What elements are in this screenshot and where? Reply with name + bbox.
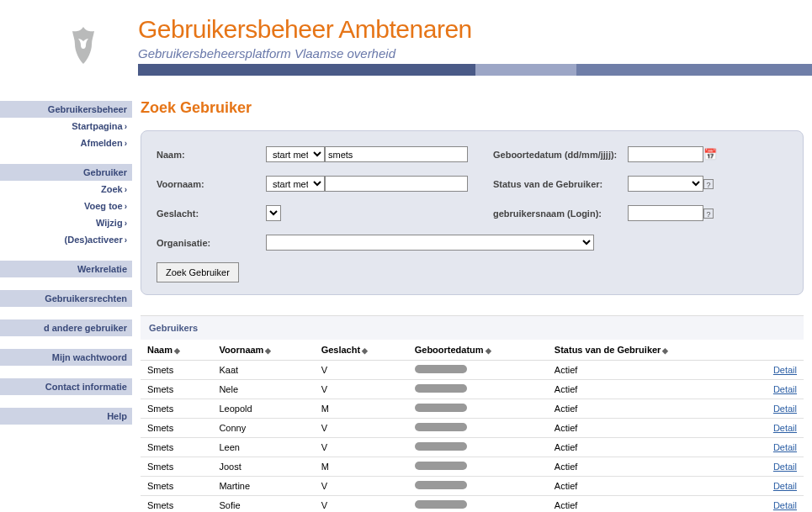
detail-link[interactable]: Detail xyxy=(773,462,797,472)
app-title: Gebruikersbeheer Ambtenaren xyxy=(138,15,472,44)
login-input[interactable] xyxy=(628,205,703,221)
redacted-dob xyxy=(415,481,467,489)
cell-voornaam: Kaat xyxy=(212,361,314,380)
help-icon[interactable]: ? xyxy=(703,179,714,189)
header-accent-bar xyxy=(138,64,812,76)
cell-status: Actief xyxy=(548,399,746,419)
redacted-dob xyxy=(415,404,467,412)
help-icon[interactable]: ? xyxy=(703,208,714,219)
cell-geslacht: V xyxy=(315,361,408,380)
sidebar-item-gebruikersrechten[interactable]: Gebruikersrechten xyxy=(0,290,132,307)
search-panel: Naam: start met Geboortedatum (dd/mm/jjj… xyxy=(141,130,804,295)
geboortedatum-input[interactable] xyxy=(628,146,703,162)
redacted-dob xyxy=(415,500,467,509)
voornaam-input[interactable] xyxy=(325,176,468,192)
redacted-dob xyxy=(415,365,467,373)
sidebar-item-wijzig[interactable]: Wijzig› xyxy=(0,214,132,231)
detail-link[interactable]: Detail xyxy=(773,442,797,452)
label-status: Status van de Gebruiker: xyxy=(493,179,628,189)
chevron-right-icon: › xyxy=(125,202,127,211)
sort-icon: ◆ xyxy=(662,346,668,355)
cell-status: Actief xyxy=(548,380,746,399)
cell-geboortedatum xyxy=(408,496,548,513)
cell-voornaam: Joost xyxy=(212,457,314,477)
col-naam[interactable]: Naam◆ xyxy=(141,340,212,361)
app-subtitle: Gebruikersbeheersplatform Vlaamse overhe… xyxy=(138,46,395,61)
voornaam-match-select[interactable]: start met xyxy=(266,176,325,192)
results-title: Gebruikers xyxy=(141,316,804,340)
redacted-dob xyxy=(415,423,467,431)
redacted-dob xyxy=(415,462,467,470)
cell-naam: Smets xyxy=(141,457,212,477)
cell-status: Actief xyxy=(548,457,746,477)
cell-geslacht: V xyxy=(315,438,408,457)
cell-naam: Smets xyxy=(141,438,212,457)
organisatie-select[interactable] xyxy=(266,235,594,251)
cell-status: Actief xyxy=(548,477,746,496)
main-content: Zoek Gebruiker Naam: start met Geboorted… xyxy=(132,76,812,512)
table-row: SmetsSofieVActiefDetail xyxy=(141,496,804,513)
sidebar-item-werkrelatie[interactable]: Werkrelatie xyxy=(0,261,132,277)
sidebar-item-andere-gebruiker[interactable]: d andere gebruiker xyxy=(0,319,132,336)
sidebar-item-desactiveer[interactable]: (Des)activeer› xyxy=(0,231,132,248)
cell-voornaam: Sofie xyxy=(212,496,314,513)
detail-link[interactable]: Detail xyxy=(773,481,797,491)
sidebar: Gebruikersbeheer Startpagina› Afmelden› … xyxy=(0,76,132,512)
logo-crest-icon xyxy=(63,25,103,66)
cell-voornaam: Conny xyxy=(212,419,314,438)
sidebar-item-zoek[interactable]: Zoek› xyxy=(0,181,132,198)
label-organisatie: Organisatie: xyxy=(157,238,266,248)
table-row: SmetsConnyVActiefDetail xyxy=(141,419,804,438)
naam-input[interactable] xyxy=(325,146,468,162)
detail-link[interactable]: Detail xyxy=(773,500,797,510)
redacted-dob xyxy=(415,384,467,393)
col-geslacht[interactable]: Geslacht◆ xyxy=(315,340,408,361)
sidebar-item-contact[interactable]: Contact informatie xyxy=(0,378,132,395)
label-naam: Naam: xyxy=(157,150,266,160)
calendar-icon[interactable]: 📅 xyxy=(703,148,717,161)
cell-voornaam: Nele xyxy=(212,380,314,399)
sort-icon: ◆ xyxy=(362,346,368,355)
detail-link[interactable]: Detail xyxy=(773,365,797,375)
sort-icon: ◆ xyxy=(174,346,180,355)
chevron-right-icon: › xyxy=(125,235,127,245)
zoek-gebruiker-button[interactable]: Zoek Gebruiker xyxy=(157,262,239,282)
chevron-right-icon: › xyxy=(125,139,127,148)
cell-geslacht: M xyxy=(315,399,408,419)
detail-link[interactable]: Detail xyxy=(773,404,797,414)
results-table: Naam◆ Voornaam◆ Geslacht◆ Geboortedatum◆… xyxy=(141,340,804,512)
naam-match-select[interactable]: start met xyxy=(266,146,325,162)
sidebar-item-help[interactable]: Help xyxy=(0,408,132,425)
sidebar-group-gebruiker: Gebruiker xyxy=(0,164,132,181)
cell-geslacht: V xyxy=(315,380,408,399)
cell-voornaam: Leen xyxy=(212,438,314,457)
page-title: Zoek Gebruiker xyxy=(141,99,804,117)
cell-geboortedatum xyxy=(408,457,548,477)
cell-naam: Smets xyxy=(141,419,212,438)
cell-status: Actief xyxy=(548,438,746,457)
sidebar-group-gebruikersbeheer: Gebruikersbeheer xyxy=(0,101,132,118)
sidebar-item-afmelden[interactable]: Afmelden› xyxy=(0,135,132,151)
label-login: gebruikersnaam (Login): xyxy=(493,208,628,219)
table-row: SmetsLeopoldMActiefDetail xyxy=(141,399,804,419)
sidebar-item-voeg-toe[interactable]: Voeg toe› xyxy=(0,198,132,214)
cell-geslacht: M xyxy=(315,457,408,477)
detail-link[interactable]: Detail xyxy=(773,423,797,433)
results-panel: Gebruikers Naam◆ Voornaam◆ Geslacht◆ Geb… xyxy=(141,315,804,512)
status-select[interactable] xyxy=(628,176,703,192)
cell-status: Actief xyxy=(548,496,746,513)
geslacht-select[interactable] xyxy=(266,205,281,221)
table-row: SmetsMartineVActiefDetail xyxy=(141,477,804,496)
cell-geslacht: V xyxy=(315,496,408,513)
col-geboortedatum[interactable]: Geboortedatum◆ xyxy=(408,340,548,361)
detail-link[interactable]: Detail xyxy=(773,384,797,394)
sidebar-item-wachtwoord[interactable]: Mijn wachtwoord xyxy=(0,349,132,366)
col-voornaam[interactable]: Voornaam◆ xyxy=(212,340,314,361)
label-geslacht: Geslacht: xyxy=(157,208,266,219)
cell-naam: Smets xyxy=(141,361,212,380)
col-status[interactable]: Status van de Gebruiker◆ xyxy=(548,340,746,361)
cell-geboortedatum xyxy=(408,477,548,496)
cell-geboortedatum xyxy=(408,361,548,380)
sidebar-item-startpagina[interactable]: Startpagina› xyxy=(0,118,132,135)
cell-status: Actief xyxy=(548,419,746,438)
